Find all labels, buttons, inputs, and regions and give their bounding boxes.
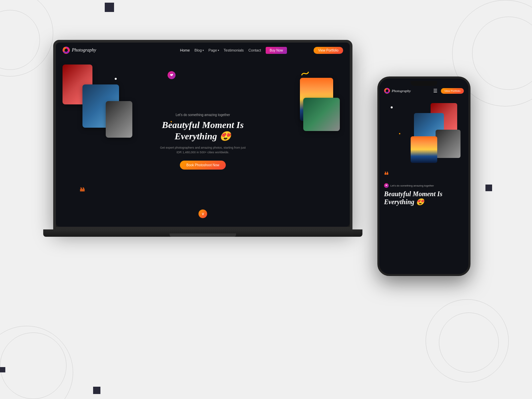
squiggle-decoration-top: 〜 — [299, 66, 312, 81]
phone-hero-section: ❝ ❤ Let's do something amazing together … — [379, 96, 468, 209]
hero-tagline: Let's do something amazing together — [160, 113, 246, 117]
chevron-down-icon: ∨ — [201, 211, 204, 216]
phone-quotes-icon: ❝ — [384, 170, 389, 181]
bg-square-4 — [0, 367, 5, 372]
phone-tagline: ❤ Let's do something amazing together — [384, 183, 464, 188]
phone-screen: Photography ☰ View Portfolio — [379, 78, 468, 274]
phone-photo-photographer — [436, 130, 461, 158]
nav-links: Home Blog ▾ Page ▾ Testimonials Contact … — [180, 47, 287, 54]
view-portfolio-button[interactable]: View Portfolio — [314, 47, 343, 54]
nav-home[interactable]: Home — [180, 48, 190, 52]
buy-now-button[interactable]: Buy Now — [266, 47, 287, 54]
phone-dot-1 — [391, 106, 393, 108]
phone-mockup: Photography ☰ View Portfolio — [377, 76, 470, 276]
phone-body: Photography ☰ View Portfolio — [377, 76, 470, 276]
blog-dropdown-arrow: ▾ — [202, 49, 204, 52]
page-dropdown-arrow: ▾ — [218, 49, 219, 52]
bg-circle-1 — [0, 10, 40, 70]
site-logo: Photography — [63, 47, 96, 54]
phone-photo-collage — [384, 103, 464, 170]
photo-photographer — [106, 101, 132, 138]
hero-title: Beautyful Moment IsEverything 😍 — [160, 119, 246, 142]
bg-circle-3 — [0, 332, 66, 399]
laptop-mockup: Photography Home Blog ▾ Page ▾ Testimoni… — [53, 40, 352, 246]
bg-circle-7 — [439, 313, 499, 372]
phone-hero-title: Beautyful Moment IsEverything 😍 — [384, 190, 464, 206]
phone-portfolio-button[interactable]: View Portfolio — [441, 88, 464, 94]
nav-contact[interactable]: Contact — [248, 48, 261, 52]
hamburger-menu-icon[interactable]: ☰ — [433, 88, 438, 93]
nav-blog[interactable]: Blog ▾ — [195, 48, 204, 52]
hero-subtitle: Get expert photographers and amazing pho… — [160, 146, 246, 155]
phone-aperture-icon — [384, 88, 390, 94]
dot-decoration-1 — [115, 78, 117, 80]
photo-woman-hat — [303, 98, 340, 131]
bg-circle-5 — [472, 17, 532, 90]
nav-testimonials[interactable]: Testimonials — [224, 48, 244, 52]
bg-square-2 — [485, 185, 492, 191]
hero-content: Let's do something amazing together Beau… — [160, 113, 246, 170]
phone-notch — [411, 81, 437, 86]
site-navigation: Photography Home Blog ▾ Page ▾ Testimoni… — [56, 43, 350, 58]
photo-sunset — [300, 78, 333, 121]
book-photoshoot-button[interactable]: Book Photoshoot Now — [180, 161, 226, 170]
photo-man-blue — [82, 84, 119, 128]
bg-circle-4 — [0, 326, 73, 399]
aperture-icon — [63, 47, 70, 54]
laptop-camera — [201, 40, 204, 41]
laptop-base — [43, 229, 362, 237]
laptop-screen: Photography Home Blog ▾ Page ▾ Testimoni… — [56, 43, 350, 227]
phone-logo: Photography — [384, 88, 411, 94]
phone-tagline-text: Let's do something amazing together — [390, 184, 434, 187]
nav-page[interactable]: Page ▾ — [208, 48, 219, 52]
phone-photo-sunset — [411, 136, 437, 163]
bg-square-3 — [93, 387, 100, 394]
laptop-body: Photography Home Blog ▾ Page ▾ Testimoni… — [53, 40, 352, 229]
quotes-decoration-left: ❝ — [79, 186, 85, 198]
heart-decoration: ❤ — [167, 70, 176, 80]
logo-text: Photography — [72, 48, 96, 53]
heart-icon: ❤ — [170, 72, 174, 78]
hero-section: ❤ ❝ 〜 Let's do something amazing togethe… — [56, 58, 350, 225]
scroll-down-button[interactable]: ∨ — [199, 209, 207, 218]
bg-circle-8 — [426, 299, 509, 382]
bg-circle-2 — [0, 0, 53, 76]
bg-square-1 — [105, 3, 114, 12]
photo-woman-red — [63, 65, 92, 104]
dot-decoration-2 — [171, 121, 172, 122]
phone-dot-2 — [399, 133, 400, 134]
phone-logo-text: Photography — [392, 89, 411, 93]
phone-heart-icon: ❤ — [384, 183, 389, 188]
